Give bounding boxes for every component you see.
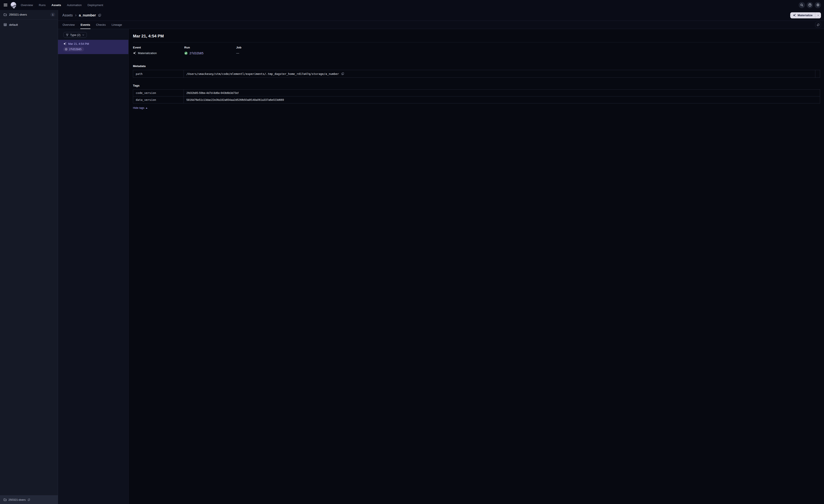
refresh-icon [27, 498, 30, 501]
primary-nav: Overview Runs Assets Automation Deployme… [21, 3, 103, 8]
job-column-label: Job [236, 46, 820, 49]
tab-events[interactable]: Events [80, 21, 90, 29]
top-nav: Overview Runs Assets Automation Deployme… [0, 0, 824, 10]
event-run-id: 2fd32b85 [69, 48, 82, 51]
materialize-split-button: Materialize [790, 12, 821, 18]
run-column-label: Run [184, 46, 236, 49]
workspace-name: 250321-dvers [9, 13, 48, 16]
help-button[interactable] [807, 2, 813, 8]
top-nav-actions [799, 2, 824, 8]
copy-path-button[interactable] [341, 72, 345, 76]
metadata-path-link[interactable]: /Users/smackesey/stm/code/elementl/exper… [186, 72, 339, 76]
asset-name-title: a_number [79, 13, 96, 17]
search-button[interactable] [799, 2, 805, 8]
asset-group-icon [3, 23, 7, 26]
workspace-count-badge: 1 [50, 13, 55, 17]
event-summary: Event Materialization Run [133, 46, 820, 55]
event-column-label: Event [133, 46, 184, 49]
metadata-heading: Metadata [133, 65, 820, 68]
sidebar-item-default[interactable]: default [0, 21, 58, 28]
events-list-panel: Type (2) Mar 21, 4:54 PM [58, 29, 129, 504]
chevron-right-icon [75, 14, 77, 17]
type-filter-label: Type (2) [70, 33, 81, 36]
copy-asset-name-button[interactable] [98, 13, 102, 17]
materialization-sparkle-icon [63, 42, 67, 45]
chevron-down-icon [82, 34, 84, 36]
materialize-dropdown-button[interactable] [815, 12, 821, 18]
help-icon [808, 3, 812, 7]
tag-value: 5816d76e51c13dac22e3fa182a654aa2d526fb50… [184, 97, 820, 103]
tag-key: data_version [133, 97, 184, 103]
caret-down-icon [817, 14, 819, 16]
summary-run-col: Run 2fd32b85 [184, 46, 236, 55]
materialize-button[interactable]: Materialize [790, 12, 815, 18]
tags-heading: Tags [133, 84, 820, 87]
type-filter-button[interactable]: Type (2) [64, 32, 87, 38]
nav-item-deployment[interactable]: Deployment [88, 3, 103, 8]
copy-icon [98, 14, 101, 17]
refresh-events-button[interactable] [815, 22, 821, 28]
refresh-icon [817, 23, 820, 26]
tags-table: code_version 2fd32b85-59be-4d7d-8d6e-943… [133, 89, 820, 103]
page-header: Assets a_number [58, 10, 824, 21]
sidebar-workspace-row[interactable]: 250321-dvers 1 [0, 10, 58, 19]
breadcrumb-assets-link[interactable]: Assets [62, 13, 73, 17]
table-row: data_version 5816d76e51c13dac22e3fa182a6… [133, 97, 820, 103]
metadata-key: path [133, 70, 184, 78]
settings-button[interactable] [815, 2, 821, 8]
divider [133, 42, 820, 42]
sparkle-icon [793, 14, 796, 17]
folder-icon [3, 498, 7, 501]
job-value: — [236, 51, 239, 55]
event-run-pill[interactable]: 2fd32b85 [63, 47, 84, 51]
table-row: code_version 2fd32b85-59be-4d7d-8d6e-943… [133, 90, 820, 97]
funnel-icon [66, 33, 69, 36]
event-detail-panel: Mar 21, 4:54 PM Event Materialization [129, 29, 824, 504]
event-list-item[interactable]: Mar 21, 4:54 PM 2fd32b85 [58, 40, 128, 54]
nav-item-assets[interactable]: Assets [51, 3, 61, 8]
tab-checks[interactable]: Checks [96, 21, 106, 29]
event-timestamp: Mar 21, 4:54 PM [68, 42, 89, 45]
search-icon [800, 3, 803, 7]
tag-value: 2fd32b85-59be-4d7d-8d6e-943b6b3d73cf [184, 90, 820, 96]
tab-overview[interactable]: Overview [62, 21, 75, 29]
hide-tags-label: Hide tags [133, 106, 144, 109]
sidebar-spacer [0, 28, 58, 495]
row-action-cell [815, 70, 820, 78]
sidebar-item-label: default [9, 23, 18, 26]
copy-icon [341, 72, 344, 75]
gear-icon [816, 3, 820, 7]
folder-icon [3, 13, 7, 16]
sparkle-icon [133, 51, 136, 55]
table-row: path /Users/smackesey/stm/code/elementl/… [133, 70, 820, 78]
tab-lineage[interactable]: Lineage [111, 21, 122, 29]
tabs: Overview Events Checks Lineage [62, 21, 122, 29]
dagster-logo[interactable] [10, 2, 17, 8]
footer-workspace-name: 250321-dvers [8, 498, 26, 501]
nav-item-runs[interactable]: Runs [39, 3, 46, 8]
main-area: Assets a_number [58, 10, 824, 504]
materialize-label: Materialize [798, 14, 813, 17]
event-detail-title: Mar 21, 4:54 PM [133, 34, 820, 38]
check-circle-icon [184, 51, 188, 55]
tag-key: code_version [133, 90, 184, 96]
caret-up-icon [146, 108, 147, 109]
summary-event-col: Event Materialization [133, 46, 184, 55]
nav-item-overview[interactable]: Overview [21, 3, 33, 8]
target-icon [65, 48, 68, 50]
run-id-link[interactable]: 2fd32b85 [189, 51, 204, 55]
sidebar-footer-workspace[interactable]: 250321-dvers [0, 495, 58, 504]
breadcrumb: Assets a_number [62, 13, 102, 17]
menu-hamburger-icon[interactable] [2, 1, 9, 9]
event-list: Mar 21, 4:54 PM 2fd32b85 [58, 40, 128, 54]
nav-item-automation[interactable]: Automation [67, 3, 82, 8]
metadata-table: path /Users/smackesey/stm/code/elementl/… [133, 70, 820, 78]
tabs-row: Overview Events Checks Lineage [58, 21, 824, 29]
summary-job-col: Job — [236, 46, 820, 55]
hide-tags-toggle[interactable]: Hide tags [133, 106, 147, 109]
event-type-value: Materialization [138, 51, 157, 55]
sidebar: 250321-dvers 1 default 250321-dvers [0, 10, 58, 504]
